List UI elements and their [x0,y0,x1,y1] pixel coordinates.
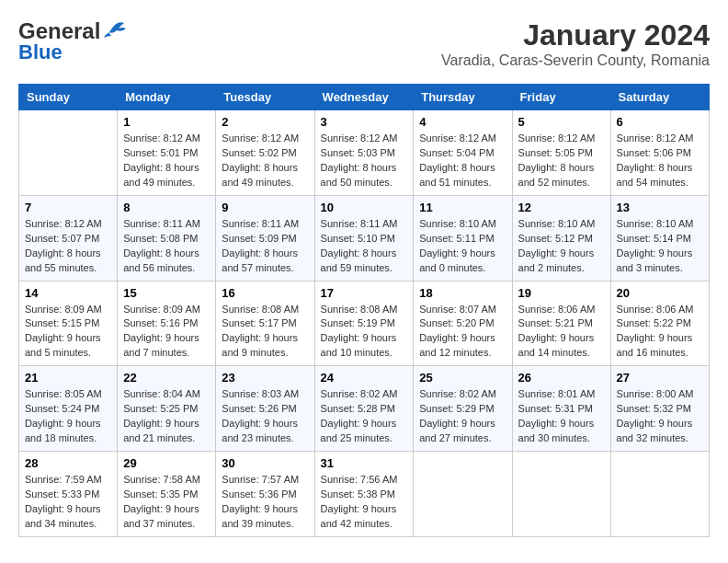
col-header-sunday: Sunday [19,85,118,110]
day-info: Sunrise: 8:12 AM Sunset: 5:07 PM Dayligh… [25,217,111,276]
col-header-tuesday: Tuesday [216,85,314,110]
day-info: Sunrise: 8:09 AM Sunset: 5:15 PM Dayligh… [25,303,111,362]
day-info: Sunrise: 8:06 AM Sunset: 5:21 PM Dayligh… [518,303,605,362]
calendar-cell [610,452,709,537]
day-info: Sunrise: 8:01 AM Sunset: 5:31 PM Dayligh… [518,387,605,446]
calendar-header-row: SundayMondayTuesdayWednesdayThursdayFrid… [19,85,710,110]
page-header: General Blue January 2024 Varadia, Caras… [18,18,710,69]
calendar-cell: 28Sunrise: 7:59 AM Sunset: 5:33 PM Dayli… [19,452,118,537]
col-header-monday: Monday [118,85,216,110]
day-info: Sunrise: 8:12 AM Sunset: 5:02 PM Dayligh… [222,132,308,190]
day-number: 5 [518,115,605,129]
day-number: 28 [25,456,111,470]
calendar-cell: 23Sunrise: 8:03 AM Sunset: 5:26 PM Dayli… [216,366,314,452]
week-row-1: 1Sunrise: 8:12 AM Sunset: 5:01 PM Daylig… [19,110,710,196]
calendar-cell: 1Sunrise: 8:12 AM Sunset: 5:01 PM Daylig… [118,110,216,196]
calendar-cell: 19Sunrise: 8:06 AM Sunset: 5:21 PM Dayli… [512,281,610,366]
day-number: 21 [25,371,111,385]
day-info: Sunrise: 8:12 AM Sunset: 5:01 PM Dayligh… [123,132,210,190]
day-number: 6 [617,115,703,129]
day-info: Sunrise: 8:06 AM Sunset: 5:22 PM Dayligh… [617,303,703,362]
calendar-cell: 16Sunrise: 8:08 AM Sunset: 5:17 PM Dayli… [216,281,314,366]
calendar-cell: 21Sunrise: 8:05 AM Sunset: 5:24 PM Dayli… [19,366,118,452]
calendar-cell: 26Sunrise: 8:01 AM Sunset: 5:31 PM Dayli… [512,366,610,452]
day-number: 19 [518,286,605,300]
calendar-cell [414,452,512,537]
day-info: Sunrise: 7:59 AM Sunset: 5:33 PM Dayligh… [25,473,111,532]
calendar-cell: 13Sunrise: 8:10 AM Sunset: 5:14 PM Dayli… [610,195,709,281]
calendar-cell: 9Sunrise: 8:11 AM Sunset: 5:09 PM Daylig… [216,195,314,281]
calendar-cell: 12Sunrise: 8:10 AM Sunset: 5:12 PM Dayli… [512,195,610,281]
day-number: 3 [321,115,408,129]
day-number: 31 [321,456,408,470]
week-row-5: 28Sunrise: 7:59 AM Sunset: 5:33 PM Dayli… [19,452,710,537]
logo: General Blue [18,18,128,64]
day-info: Sunrise: 8:07 AM Sunset: 5:20 PM Dayligh… [419,303,506,362]
calendar-cell: 25Sunrise: 8:02 AM Sunset: 5:29 PM Dayli… [414,366,512,452]
day-info: Sunrise: 8:11 AM Sunset: 5:09 PM Dayligh… [222,217,308,276]
day-number: 2 [222,115,308,129]
day-number: 10 [321,201,408,214]
day-info: Sunrise: 7:58 AM Sunset: 5:35 PM Dayligh… [123,473,210,532]
day-info: Sunrise: 8:12 AM Sunset: 5:03 PM Dayligh… [321,132,408,190]
day-info: Sunrise: 8:11 AM Sunset: 5:08 PM Dayligh… [123,217,210,276]
day-number: 15 [123,286,210,300]
day-info: Sunrise: 8:10 AM Sunset: 5:14 PM Dayligh… [617,217,703,276]
calendar-table: SundayMondayTuesdayWednesdayThursdayFrid… [18,84,710,537]
calendar-cell: 30Sunrise: 7:57 AM Sunset: 5:36 PM Dayli… [216,452,314,537]
day-info: Sunrise: 8:12 AM Sunset: 5:04 PM Dayligh… [419,132,506,190]
day-number: 24 [321,371,408,385]
day-number: 13 [617,201,703,214]
calendar-cell: 14Sunrise: 8:09 AM Sunset: 5:15 PM Dayli… [19,281,118,366]
day-info: Sunrise: 8:03 AM Sunset: 5:26 PM Dayligh… [222,387,308,446]
day-info: Sunrise: 8:00 AM Sunset: 5:32 PM Dayligh… [617,387,703,446]
calendar-cell: 18Sunrise: 8:07 AM Sunset: 5:20 PM Dayli… [414,281,512,366]
col-header-saturday: Saturday [610,85,709,110]
day-info: Sunrise: 8:08 AM Sunset: 5:19 PM Dayligh… [321,303,408,362]
month-title: January 2024 [441,18,710,52]
day-number: 12 [518,201,605,214]
day-info: Sunrise: 8:08 AM Sunset: 5:17 PM Dayligh… [222,303,308,362]
day-info: Sunrise: 8:09 AM Sunset: 5:16 PM Dayligh… [123,303,210,362]
logo-bird-icon [102,21,128,41]
col-header-friday: Friday [512,85,610,110]
calendar-cell: 17Sunrise: 8:08 AM Sunset: 5:19 PM Dayli… [314,281,414,366]
calendar-cell: 29Sunrise: 7:58 AM Sunset: 5:35 PM Dayli… [118,452,216,537]
day-info: Sunrise: 7:57 AM Sunset: 5:36 PM Dayligh… [222,473,308,532]
col-header-thursday: Thursday [414,85,512,110]
day-number: 26 [518,371,605,385]
calendar-cell: 24Sunrise: 8:02 AM Sunset: 5:28 PM Dayli… [314,366,414,452]
calendar-cell: 27Sunrise: 8:00 AM Sunset: 5:32 PM Dayli… [610,366,709,452]
calendar-cell [512,452,610,537]
day-info: Sunrise: 8:11 AM Sunset: 5:10 PM Dayligh… [321,217,408,276]
calendar-cell: 5Sunrise: 8:12 AM Sunset: 5:05 PM Daylig… [512,110,610,196]
day-number: 30 [222,456,308,470]
calendar-cell: 22Sunrise: 8:04 AM Sunset: 5:25 PM Dayli… [118,366,216,452]
day-number: 11 [419,201,506,214]
calendar-cell: 10Sunrise: 8:11 AM Sunset: 5:10 PM Dayli… [314,195,414,281]
day-number: 8 [123,201,210,214]
logo-text-blue: Blue [18,40,63,64]
week-row-3: 14Sunrise: 8:09 AM Sunset: 5:15 PM Dayli… [19,281,710,366]
day-number: 7 [25,201,111,214]
day-number: 17 [321,286,408,300]
day-info: Sunrise: 8:10 AM Sunset: 5:12 PM Dayligh… [518,217,605,276]
calendar-cell: 4Sunrise: 8:12 AM Sunset: 5:04 PM Daylig… [414,110,512,196]
week-row-4: 21Sunrise: 8:05 AM Sunset: 5:24 PM Dayli… [19,366,710,452]
calendar-cell: 20Sunrise: 8:06 AM Sunset: 5:22 PM Dayli… [610,281,709,366]
calendar-cell: 31Sunrise: 7:56 AM Sunset: 5:38 PM Dayli… [314,452,414,537]
day-info: Sunrise: 8:10 AM Sunset: 5:11 PM Dayligh… [419,217,506,276]
calendar-cell [19,110,118,196]
calendar-cell: 7Sunrise: 8:12 AM Sunset: 5:07 PM Daylig… [19,195,118,281]
day-number: 29 [123,456,210,470]
calendar-cell: 8Sunrise: 8:11 AM Sunset: 5:08 PM Daylig… [118,195,216,281]
day-number: 18 [419,286,506,300]
calendar-cell: 11Sunrise: 8:10 AM Sunset: 5:11 PM Dayli… [414,195,512,281]
day-info: Sunrise: 8:04 AM Sunset: 5:25 PM Dayligh… [123,387,210,446]
day-number: 22 [123,371,210,385]
day-info: Sunrise: 8:12 AM Sunset: 5:05 PM Dayligh… [518,132,605,190]
day-number: 4 [419,115,506,129]
day-number: 16 [222,286,308,300]
location-subtitle: Varadia, Caras-Severin County, Romania [441,52,710,69]
calendar-cell: 2Sunrise: 8:12 AM Sunset: 5:02 PM Daylig… [216,110,314,196]
